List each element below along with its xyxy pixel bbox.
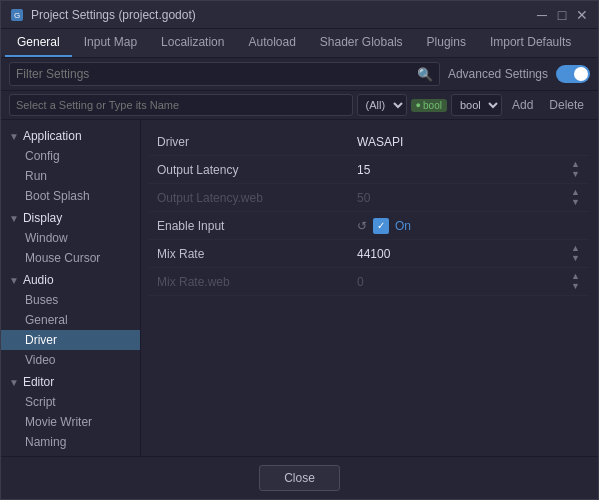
mix-rate-value-text: 44100	[357, 247, 390, 261]
setting-search-input[interactable]	[9, 94, 353, 116]
chevron-icon: ▼	[9, 275, 19, 286]
sidebar-header-editor[interactable]: ▼ Editor	[1, 372, 140, 392]
main-content: ▼ Application Config Run Boot Splash ▼ D…	[1, 120, 598, 456]
add-button[interactable]: Add	[506, 96, 539, 114]
setting-row-output-latency: Output Latency 15 ▲ ▼	[149, 156, 590, 184]
setting-row-driver: Driver WASAPI	[149, 128, 590, 156]
output-latency-spinner: ▲ ▼	[569, 160, 582, 179]
tab-bar: General Input Map Localization Autoload …	[1, 29, 598, 58]
filter-bar: 🔍 Advanced Settings	[1, 58, 598, 91]
sidebar-section-label: Audio	[23, 273, 54, 287]
type-label: bool	[423, 100, 442, 111]
close-button[interactable]: Close	[259, 465, 340, 491]
output-latency-down[interactable]: ▼	[569, 170, 582, 179]
type-select[interactable]: bool	[451, 94, 502, 116]
mix-rate-spinner: ▲ ▼	[569, 244, 582, 263]
minimize-button[interactable]: ─	[534, 7, 550, 23]
setting-row-enable-input: Enable Input ↺ ✓ On	[149, 212, 590, 240]
tab-localization[interactable]: Localization	[149, 29, 236, 57]
setting-row-mix-rate-web: Mix Rate.web 0 ▲ ▼	[149, 268, 590, 296]
maximize-button[interactable]: □	[554, 7, 570, 23]
output-latency-value-text: 15	[357, 163, 370, 177]
footer: Close	[1, 456, 598, 499]
sidebar-item-video[interactable]: Video	[1, 350, 140, 370]
setting-label-enable-input: Enable Input	[149, 215, 349, 237]
sidebar-section-editor: ▼ Editor Script Movie Writer Naming Run …	[1, 372, 140, 456]
setting-value-output-latency: 15 ▲ ▼	[349, 156, 590, 183]
output-latency-up[interactable]: ▲	[569, 160, 582, 169]
titlebar: G Project Settings (project.godot) ─ □ ✕	[1, 1, 598, 29]
setting-label-driver: Driver	[149, 131, 349, 153]
sidebar-section-audio: ▼ Audio Buses General Driver Video	[1, 270, 140, 370]
chevron-icon: ▼	[9, 131, 19, 142]
delete-button[interactable]: Delete	[543, 96, 590, 114]
driver-value-text: WASAPI	[357, 135, 403, 149]
setting-label-output-latency: Output Latency	[149, 159, 349, 181]
sidebar-item-config[interactable]: Config	[1, 146, 140, 166]
advanced-settings-toggle[interactable]	[556, 65, 590, 83]
setting-label-mix-rate-web: Mix Rate.web	[149, 271, 349, 293]
sub-filter-bar: (All) ● bool bool Add Delete	[1, 91, 598, 120]
tab-import-defaults[interactable]: Import Defaults	[478, 29, 583, 57]
tab-autoload[interactable]: Autoload	[236, 29, 307, 57]
setting-value-mix-rate: 44100 ▲ ▼	[349, 240, 590, 267]
enable-input-checkbox[interactable]: ✓	[373, 218, 389, 234]
sidebar-section-label: Editor	[23, 375, 54, 389]
output-latency-web-down[interactable]: ▼	[569, 198, 582, 207]
sidebar: ▼ Application Config Run Boot Splash ▼ D…	[1, 120, 141, 456]
mix-rate-web-value-text: 0	[357, 275, 364, 289]
output-latency-web-spinner: ▲ ▼	[569, 188, 582, 207]
sidebar-header-display[interactable]: ▼ Display	[1, 208, 140, 228]
sidebar-item-boot-splash[interactable]: Boot Splash	[1, 186, 140, 206]
tab-general[interactable]: General	[5, 29, 72, 57]
svg-text:G: G	[14, 11, 20, 20]
output-latency-web-value-text: 50	[357, 191, 370, 205]
setting-value-mix-rate-web: 0 ▲ ▼	[349, 268, 590, 295]
sidebar-item-window[interactable]: Window	[1, 228, 140, 248]
tab-input-map[interactable]: Input Map	[72, 29, 149, 57]
sidebar-item-buses[interactable]: Buses	[1, 290, 140, 310]
window-title: Project Settings (project.godot)	[31, 8, 534, 22]
setting-label-mix-rate: Mix Rate	[149, 243, 349, 265]
chevron-icon: ▼	[9, 213, 19, 224]
sidebar-section-display: ▼ Display Window Mouse Cursor	[1, 208, 140, 268]
mix-rate-down[interactable]: ▼	[569, 254, 582, 263]
tab-plugins[interactable]: Plugins	[415, 29, 478, 57]
close-window-button[interactable]: ✕	[574, 7, 590, 23]
advanced-settings-label: Advanced Settings	[448, 67, 548, 81]
setting-row-mix-rate: Mix Rate 44100 ▲ ▼	[149, 240, 590, 268]
category-select[interactable]: (All)	[357, 94, 407, 116]
sidebar-item-movie-writer[interactable]: Movie Writer	[1, 412, 140, 432]
sidebar-section-label: Application	[23, 129, 82, 143]
sidebar-section-label: Display	[23, 211, 62, 225]
setting-value-driver: WASAPI	[349, 131, 590, 153]
mix-rate-web-up[interactable]: ▲	[569, 272, 582, 281]
mix-rate-up[interactable]: ▲	[569, 244, 582, 253]
filter-settings-input[interactable]	[16, 67, 413, 81]
sidebar-header-audio[interactable]: ▼ Audio	[1, 270, 140, 290]
sidebar-item-run[interactable]: Run	[1, 166, 140, 186]
setting-value-enable-input: ↺ ✓ On	[349, 214, 590, 238]
filter-input-wrap: 🔍	[9, 62, 440, 86]
mix-rate-web-spinner: ▲ ▼	[569, 272, 582, 291]
setting-row-output-latency-web: Output Latency.web 50 ▲ ▼	[149, 184, 590, 212]
type-badge: ● bool	[411, 99, 447, 112]
output-latency-web-up[interactable]: ▲	[569, 188, 582, 197]
setting-value-output-latency-web: 50 ▲ ▼	[349, 184, 590, 211]
setting-label-output-latency-web: Output Latency.web	[149, 187, 349, 209]
tab-shader-globals[interactable]: Shader Globals	[308, 29, 415, 57]
sidebar-item-script[interactable]: Script	[1, 392, 140, 412]
search-icon: 🔍	[417, 67, 433, 82]
settings-panel: Driver WASAPI Output Latency 15 ▲ ▼ Ou	[141, 120, 598, 456]
sidebar-item-general[interactable]: General	[1, 310, 140, 330]
mix-rate-web-down[interactable]: ▼	[569, 282, 582, 291]
enable-input-controls: ↺ ✓ On	[357, 218, 411, 234]
enable-input-on-label: On	[395, 219, 411, 233]
sidebar-item-driver[interactable]: Driver	[1, 330, 140, 350]
window-controls: ─ □ ✕	[534, 7, 590, 23]
reset-icon[interactable]: ↺	[357, 219, 367, 233]
sidebar-item-mouse-cursor[interactable]: Mouse Cursor	[1, 248, 140, 268]
chevron-icon: ▼	[9, 377, 19, 388]
sidebar-item-naming[interactable]: Naming	[1, 432, 140, 452]
sidebar-header-application[interactable]: ▼ Application	[1, 126, 140, 146]
